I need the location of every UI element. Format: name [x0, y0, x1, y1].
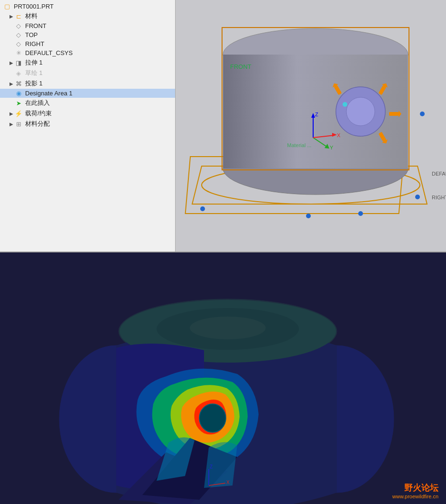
tree-item-label: 草绘 1: [25, 69, 43, 77]
tree-item-label: 投影 1: [25, 79, 43, 88]
designate-icon: ◉: [14, 90, 23, 97]
file-icon: ▢: [3, 3, 11, 10]
plane-icon: ◇: [14, 40, 23, 47]
tree-item-insert[interactable]: ▶ ➤ 在此插入: [0, 98, 175, 108]
viewport-bottom[interactable]: X Z 野火论坛 www.proewildfire.cn: [0, 252, 446, 504]
svg-point-8: [420, 112, 425, 116]
watermark-logo: 野火论坛: [392, 482, 438, 494]
tree-item-top[interactable]: ▶ ◇ TOP: [0, 30, 175, 39]
bottom-scene-svg: X Z: [0, 252, 446, 504]
top-scene-svg: FRONT Z Y X Material ... DEFAULT_CSYS R: [176, 0, 446, 252]
watermark-url: www.proewildfire.cn: [392, 494, 438, 499]
svg-text:FRONT: FRONT: [230, 63, 251, 70]
tree-item-designate1[interactable]: ▶ ◉ Designate Area 1: [0, 89, 175, 98]
project-icon: ⌘: [14, 80, 23, 87]
tree-item-loads[interactable]: ▶ ⚡ 载荷/约束: [0, 108, 175, 119]
svg-point-5: [306, 214, 311, 218]
tree-item-material[interactable]: ▶ ⊏ 材料: [0, 11, 175, 21]
svg-point-7: [415, 195, 420, 199]
viewport-top[interactable]: FRONT Z Y X Material ... DEFAULT_CSYS R: [176, 0, 446, 252]
matdist-icon: ⊞: [14, 121, 23, 128]
tree-item-extrude1[interactable]: ▶ ◨ 拉伸 1: [0, 57, 175, 68]
svg-text:Z: Z: [315, 112, 318, 117]
tree-item-label: 载荷/约束: [25, 109, 52, 118]
sketch-icon: ◈: [14, 70, 23, 77]
arrow-icon: ▶: [9, 14, 13, 19]
svg-text:Material ...: Material ...: [287, 142, 311, 148]
tree-item-label: PRT0001.PRT: [14, 3, 54, 10]
plane-icon: ◇: [14, 31, 23, 38]
tree-item-label: DEFAULT_CSYS: [25, 49, 73, 56]
svg-point-4: [200, 206, 205, 211]
arrow-icon: ▶: [9, 81, 13, 86]
svg-text:X: X: [337, 132, 341, 138]
model-tree: ▢ PRT0001.PRT ▶ ⊏ 材料 ▶ ◇ FRONT ▶ ◇ TOP ▶…: [0, 0, 176, 252]
svg-text:X: X: [226, 480, 230, 485]
load-icon: ⚡: [14, 110, 23, 117]
tree-item-label: FRONT: [25, 22, 46, 29]
tree-item-sketch1[interactable]: ▶ ◈ 草绘 1: [0, 68, 175, 78]
svg-rect-31: [389, 112, 399, 116]
svg-point-37: [343, 102, 347, 107]
tree-item-label: 材料: [25, 12, 37, 20]
svg-point-6: [358, 211, 363, 216]
extrude-icon: ◨: [14, 59, 23, 66]
tree-item-label: 拉伸 1: [25, 58, 43, 67]
svg-text:Y: Y: [330, 145, 334, 150]
arrow-icon: ▶: [9, 60, 13, 65]
arrow-icon: ▶: [9, 121, 13, 127]
insert-icon: ➤: [14, 100, 23, 107]
tree-item-label: Designate Area 1: [25, 90, 73, 97]
tree-item-label: TOP: [25, 31, 38, 38]
tree-item-right[interactable]: ▶ ◇ RIGHT: [0, 39, 175, 48]
svg-text:Z: Z: [210, 464, 213, 469]
svg-point-28: [346, 97, 375, 126]
tree-item-matdist[interactable]: ▶ ⊞ 材料分配: [0, 119, 175, 129]
csys-icon: ✳: [14, 49, 23, 56]
tree-item-front[interactable]: ▶ ◇ FRONT: [0, 21, 175, 30]
svg-point-44: [190, 317, 266, 339]
tree-item-label: 在此插入: [25, 99, 50, 107]
arrow-icon: ▶: [9, 111, 13, 116]
tree-item-project1[interactable]: ▶ ⌘ 投影 1: [0, 78, 175, 89]
svg-text:RIGHT: RIGHT: [432, 195, 446, 200]
tree-item-label: 材料分配: [25, 120, 50, 128]
tree-item-root[interactable]: ▢ PRT0001.PRT: [0, 2, 175, 11]
material-icon: ⊏: [14, 13, 23, 20]
svg-point-45: [199, 404, 226, 432]
tree-item-csys[interactable]: ▶ ✳ DEFAULT_CSYS: [0, 48, 175, 57]
watermark: 野火论坛 www.proewildfire.cn: [392, 482, 438, 499]
tree-item-label: RIGHT: [25, 40, 44, 47]
plane-icon: ◇: [14, 22, 23, 29]
svg-text:DEFAULT_CSYS: DEFAULT_CSYS: [432, 171, 446, 177]
